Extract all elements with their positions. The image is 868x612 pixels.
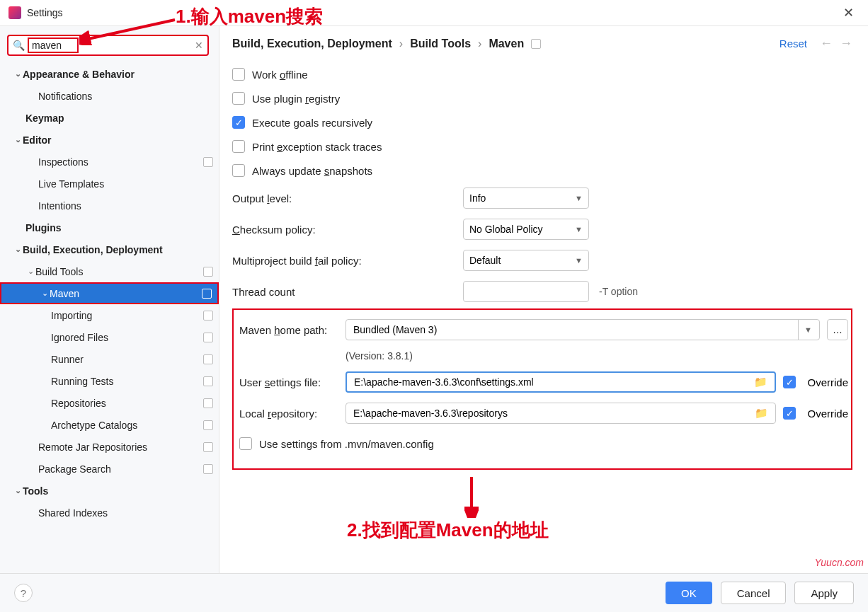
ok-button[interactable]: OK [666, 582, 712, 604]
maven-config-area: Maven home path: Bundled (Maven 3)▼ … (V… [232, 308, 852, 470]
thread-count-hint: -T option [599, 286, 638, 297]
apply-button[interactable]: Apply [794, 582, 854, 604]
output-level-label: Output level: [232, 192, 463, 204]
chevron-down-icon: ▼ [575, 194, 583, 202]
sidebar-item-keymap[interactable]: Keymap [0, 107, 219, 129]
project-marker-icon [203, 311, 213, 321]
chevron-down-icon: ▼ [575, 225, 583, 233]
sidebar-item-runner[interactable]: Runner [0, 348, 219, 370]
checksum-label: Checksum policy: [232, 224, 463, 236]
app-icon [8, 6, 21, 19]
project-marker-icon [203, 333, 213, 342]
sidebar-item-live-templates[interactable]: Live Templates [0, 173, 219, 195]
sidebar-item-build-exec[interactable]: ⌄Build, Execution, Deployment [0, 238, 219, 260]
always-update-checkbox[interactable] [232, 164, 245, 177]
annotation-1: 1.输入maven搜索 [176, 4, 323, 29]
sidebar-item-running-tests[interactable]: Running Tests [0, 370, 219, 392]
local-repo-input[interactable]: E:\apache-maven-3.6.3\repositorys📁 [346, 403, 776, 424]
checksum-dropdown[interactable]: No Global Policy▼ [463, 219, 589, 240]
sidebar-item-package-search[interactable]: Package Search [0, 458, 219, 480]
crumb-c[interactable]: Maven [489, 37, 524, 50]
sidebar-item-build-tools[interactable]: ⌄Build Tools [0, 260, 219, 282]
arrow-annotation-1 [79, 17, 178, 45]
sidebar-item-ignored-files[interactable]: Ignored Files [0, 326, 219, 348]
crumb-b[interactable]: Build Tools [410, 37, 471, 50]
print-exception-checkbox[interactable] [232, 140, 245, 153]
crumb-a[interactable]: Build, Execution, Deployment [232, 37, 392, 50]
cancel-button[interactable]: Cancel [721, 582, 787, 604]
fail-policy-dropdown[interactable]: Default▼ [463, 250, 589, 271]
window-title: Settings [27, 7, 63, 18]
override-label: Override [807, 376, 848, 388]
project-marker-icon [203, 420, 213, 430]
sidebar-item-inspections[interactable]: Inspections [0, 151, 219, 173]
user-settings-label: User settings file: [239, 376, 338, 388]
search-icon: 🔍 [13, 40, 25, 51]
main-panel: Build, Execution, Deployment › Build Too… [219, 25, 868, 573]
settings-tree: ⌄Appearance & Behavior Notifications Key… [0, 59, 219, 524]
override-local-repo-checkbox[interactable]: ✓ [783, 407, 796, 420]
sidebar-item-importing[interactable]: Importing [0, 304, 219, 326]
home-path-label: Maven home path: [239, 324, 338, 336]
work-offline-checkbox[interactable] [232, 68, 245, 81]
forward-icon[interactable]: → [840, 36, 852, 51]
clear-search-icon[interactable]: ✕ [195, 40, 203, 51]
user-settings-input[interactable]: E:\apache-maven-3.6.3\conf\settings.xml📁 [346, 371, 776, 393]
execute-goals-label: Execute goals recursively [252, 117, 372, 129]
project-marker-icon [203, 464, 213, 474]
sidebar-item-shared-indexes[interactable]: Shared Indexes [0, 502, 219, 524]
browse-home-button[interactable]: … [827, 319, 848, 340]
project-marker-icon [203, 267, 213, 277]
folder-icon[interactable]: 📁 [755, 407, 768, 420]
always-update-label: Always update snapshots [252, 165, 372, 177]
home-path-combo[interactable]: Bundled (Maven 3)▼ [346, 319, 820, 340]
project-marker-icon [203, 398, 213, 408]
maven-version-label: (Version: 3.8.1) [346, 345, 848, 366]
chevron-right-icon: › [478, 37, 481, 50]
help-button[interactable]: ? [14, 584, 33, 602]
output-level-dropdown[interactable]: Info▼ [463, 187, 589, 209]
use-mvn-config-checkbox[interactable] [239, 437, 252, 450]
plugin-registry-label: Use plugin registry [252, 93, 340, 105]
project-marker-icon [203, 354, 213, 364]
sidebar-item-appearance[interactable]: ⌄Appearance & Behavior [0, 63, 219, 85]
annotation-2: 2.找到配置Maven的地址 [347, 518, 549, 543]
use-mvn-config-label: Use settings from .mvn/maven.config [259, 438, 434, 450]
arrow-annotation-2 [464, 475, 479, 518]
execute-goals-checkbox[interactable]: ✓ [232, 116, 245, 129]
override-label: Override [807, 408, 848, 420]
sidebar-item-intentions[interactable]: Intentions [0, 195, 219, 216]
work-offline-label: Work offline [252, 69, 308, 81]
svg-line-0 [85, 20, 175, 40]
chevron-down-icon: ▼ [575, 256, 583, 265]
sidebar-item-remote-jar[interactable]: Remote Jar Repositories [0, 436, 219, 458]
plugin-registry-checkbox[interactable] [232, 92, 245, 105]
folder-icon[interactable]: 📁 [754, 376, 767, 388]
sidebar-item-maven[interactable]: ⌄Maven [0, 282, 219, 304]
breadcrumb: Build, Execution, Deployment › Build Too… [232, 36, 852, 51]
project-marker-icon [203, 442, 213, 452]
watermark: Yuucn.com [814, 557, 864, 568]
override-user-settings-checkbox[interactable]: ✓ [783, 376, 796, 388]
print-exception-label: Print exception stack traces [252, 141, 382, 153]
project-marker-icon [531, 39, 541, 49]
chevron-right-icon: › [399, 37, 403, 50]
sidebar-item-editor[interactable]: ⌄Editor [0, 129, 219, 151]
search-input[interactable] [32, 40, 74, 51]
chevron-down-icon: ▼ [798, 320, 812, 340]
fail-policy-label: Multiproject build fail policy: [232, 255, 463, 267]
thread-count-input[interactable] [463, 281, 589, 302]
dialog-footer: ? OK Cancel Apply [0, 573, 868, 612]
sidebar-item-tools[interactable]: ⌄Tools [0, 480, 219, 502]
close-icon[interactable]: ✕ [838, 2, 860, 23]
project-marker-icon [203, 376, 213, 386]
back-icon[interactable]: ← [820, 36, 833, 51]
sidebar-item-plugins[interactable]: Plugins [0, 216, 219, 238]
sidebar: 🔍 ✕ ⌄Appearance & Behavior Notifications… [0, 25, 219, 573]
sidebar-item-archetype-catalogs[interactable]: Archetype Catalogs [0, 414, 219, 436]
local-repo-label: Local repository: [239, 408, 338, 420]
project-marker-icon [203, 157, 213, 167]
sidebar-item-notifications[interactable]: Notifications [0, 85, 219, 107]
reset-link[interactable]: Reset [780, 37, 807, 50]
sidebar-item-repositories[interactable]: Repositories [0, 392, 219, 414]
